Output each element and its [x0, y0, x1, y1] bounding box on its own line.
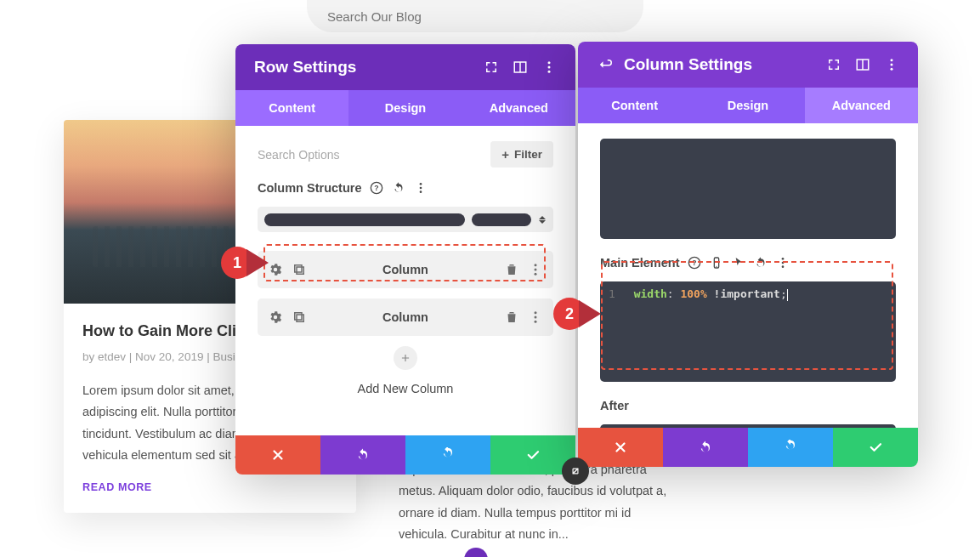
- save-button[interactable]: [833, 428, 918, 467]
- svg-rect-15: [297, 315, 303, 321]
- redo-button[interactable]: [748, 428, 833, 467]
- svg-rect-11: [295, 265, 302, 272]
- redo-button[interactable]: [405, 435, 490, 475]
- tab-advanced[interactable]: Advanced: [462, 90, 575, 126]
- back-icon[interactable]: [597, 57, 612, 72]
- svg-point-9: [420, 190, 422, 193]
- section-add-handle[interactable]: [464, 548, 488, 557]
- column-item-1[interactable]: Column: [258, 251, 553, 288]
- svg-point-31: [782, 265, 785, 268]
- svg-point-19: [535, 321, 537, 323]
- stepper-icon[interactable]: [538, 216, 547, 224]
- svg-point-13: [535, 269, 537, 271]
- post-author-link[interactable]: etdev: [98, 350, 126, 363]
- col-panel-title: Column Settings: [624, 55, 814, 74]
- tab-advanced[interactable]: Advanced: [805, 88, 918, 123]
- svg-rect-16: [295, 313, 302, 320]
- column-label: Column: [315, 263, 496, 276]
- svg-text:?: ?: [693, 259, 697, 267]
- row-tabs: Content Design Advanced: [235, 90, 575, 126]
- blog-search-input[interactable]: Search Our Blog: [307, 0, 643, 32]
- resize-handle[interactable]: [562, 458, 589, 485]
- kebab-menu-icon[interactable]: [541, 60, 557, 75]
- help-icon[interactable]: ?: [370, 181, 383, 195]
- row-panel-title: Row Settings: [254, 58, 472, 77]
- column-item-2[interactable]: Column: [258, 298, 553, 336]
- wireframe-icon[interactable]: [513, 60, 528, 75]
- structure-bar-wide: [264, 213, 465, 226]
- row-panel-body: Search Options + Filter Column Structure…: [235, 126, 575, 435]
- svg-point-17: [535, 311, 537, 314]
- duplicate-icon[interactable]: [292, 262, 307, 277]
- annotation-callout-1: 1: [221, 247, 269, 279]
- code-property: width: [634, 287, 667, 300]
- tab-content[interactable]: Content: [578, 88, 691, 123]
- svg-point-22: [891, 59, 893, 61]
- svg-point-3: [548, 66, 551, 69]
- trash-icon[interactable]: [504, 310, 519, 325]
- undo-button[interactable]: [320, 435, 405, 475]
- before-css-editor[interactable]: [600, 139, 896, 239]
- cancel-button[interactable]: [235, 435, 320, 475]
- column-structure-selector[interactable]: [258, 207, 553, 232]
- snap-icon[interactable]: [484, 60, 499, 75]
- column-structure-label: Column Structure: [258, 181, 361, 195]
- svg-point-18: [535, 316, 537, 319]
- column-settings-panel: Column Settings Content Design Advanced …: [578, 42, 918, 467]
- tab-design[interactable]: Design: [691, 88, 804, 123]
- col-panel-header[interactable]: Column Settings: [578, 42, 918, 88]
- svg-text:?: ?: [375, 184, 379, 192]
- row-panel-header[interactable]: Row Settings: [235, 44, 575, 90]
- svg-point-12: [535, 264, 537, 266]
- svg-point-14: [535, 273, 537, 276]
- undo-button[interactable]: [663, 428, 748, 467]
- arrow-icon: [579, 300, 601, 327]
- tab-content[interactable]: Content: [235, 90, 348, 126]
- kebab-menu-icon[interactable]: [528, 262, 543, 277]
- code-line-number: 1: [609, 287, 620, 300]
- code-important: !important: [714, 287, 780, 300]
- add-column-label: Add New Column: [258, 382, 553, 395]
- after-css-editor[interactable]: [600, 424, 896, 428]
- add-column-button[interactable]: [394, 346, 417, 370]
- svg-point-29: [782, 258, 785, 260]
- post-date: Nov 20, 2019: [135, 350, 203, 363]
- cancel-button[interactable]: [578, 428, 663, 467]
- arrow-icon: [246, 249, 269, 276]
- svg-point-2: [548, 61, 551, 64]
- svg-point-30: [782, 262, 785, 264]
- search-placeholder: Search Our Blog: [327, 9, 422, 24]
- filter-button[interactable]: + Filter: [490, 141, 553, 168]
- wireframe-icon[interactable]: [855, 57, 870, 72]
- annotation-callout-2: 2: [553, 298, 601, 330]
- kebab-menu-icon[interactable]: [414, 181, 428, 195]
- read-more-link[interactable]: READ MORE: [82, 481, 152, 493]
- svg-point-8: [420, 187, 422, 190]
- reset-icon[interactable]: [392, 181, 405, 195]
- kebab-menu-icon[interactable]: [776, 256, 790, 270]
- kebab-menu-icon[interactable]: [884, 57, 899, 72]
- phone-icon[interactable]: [710, 256, 723, 270]
- snap-icon[interactable]: [826, 57, 841, 72]
- search-options-input[interactable]: Search Options: [258, 143, 480, 167]
- col-panel-footer: [578, 428, 918, 467]
- help-icon[interactable]: ?: [688, 256, 701, 270]
- gear-icon[interactable]: [268, 262, 283, 277]
- plus-icon: +: [501, 147, 509, 162]
- reset-icon[interactable]: [754, 256, 768, 270]
- code-value: 100%: [680, 287, 706, 300]
- duplicate-icon[interactable]: [292, 310, 307, 325]
- row-panel-footer: [235, 435, 575, 475]
- tab-design[interactable]: Design: [348, 90, 462, 126]
- svg-point-4: [548, 71, 551, 73]
- col-panel-body: Main Element ? 1 width: 100% !important;…: [578, 123, 918, 428]
- kebab-menu-icon[interactable]: [528, 310, 543, 325]
- hover-icon[interactable]: [732, 256, 745, 270]
- main-element-css-editor[interactable]: 1 width: 100% !important;: [600, 281, 896, 382]
- structure-bar-narrow: [472, 213, 531, 226]
- gear-icon[interactable]: [268, 310, 283, 325]
- svg-point-24: [891, 68, 893, 71]
- trash-icon[interactable]: [504, 262, 519, 277]
- row-settings-panel: Row Settings Content Design Advanced Sea…: [235, 44, 575, 475]
- text-caret: [787, 289, 788, 301]
